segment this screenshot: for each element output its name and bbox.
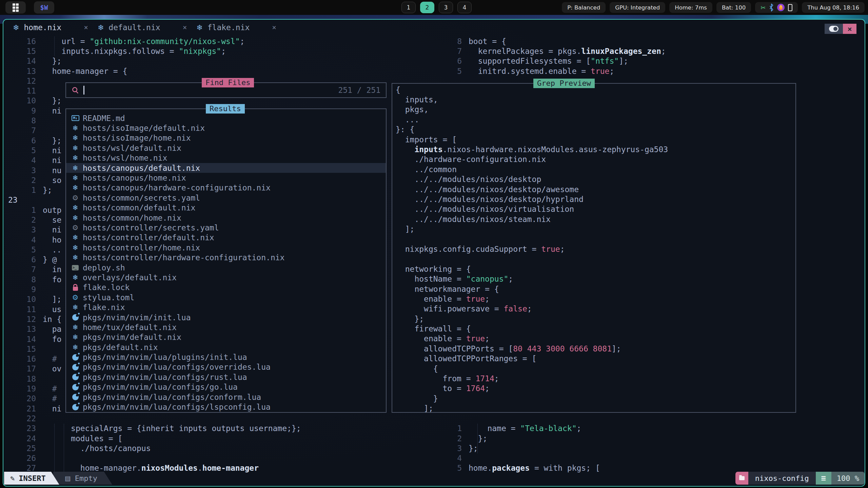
folder-icon xyxy=(739,476,745,480)
workspace-button[interactable]: 2 xyxy=(420,2,434,13)
code-line[interactable]: 23 specialArgs = {inherit inputs outputs… xyxy=(3,424,424,433)
terminal-launcher-button[interactable]: $W xyxy=(34,1,54,14)
result-item[interactable]: overlays/default.nix xyxy=(66,272,386,282)
code-line[interactable]: 15 inputs.nixpkgs.follows = "nixpkgs"; xyxy=(3,46,424,56)
buffer-tabbar: ❄ home.nix × ❄ default.nix × ❄ flake.nix… xyxy=(3,20,865,35)
result-item[interactable]: hosts/common/default.nix xyxy=(66,203,386,213)
line-number: 5 xyxy=(429,464,462,472)
result-item[interactable]: pkgs/nvim/nvim/lua/configs/conform.lua xyxy=(66,392,386,402)
line-number: 16 xyxy=(3,354,36,363)
code-line[interactable]: 1 name = "Tela-black"; xyxy=(429,424,863,433)
result-item[interactable]: hosts/isoImage/home.nix xyxy=(66,133,386,143)
result-item[interactable]: pkgs/nvim/nvim/lua/configs/lspconfig.lua xyxy=(66,402,386,412)
tab-close-icon[interactable]: × xyxy=(165,23,187,32)
indent-guide xyxy=(54,36,55,56)
code-line[interactable] xyxy=(429,413,863,423)
code-line[interactable]: 22 xyxy=(3,413,424,423)
result-item[interactable]: README.md xyxy=(66,113,386,123)
preview-line: ../common xyxy=(396,164,668,174)
line-number: 6 xyxy=(3,255,36,264)
result-item[interactable]: pkgs/nvim/nvim/init.lua xyxy=(66,312,386,322)
code-line[interactable]: 8 boot = { xyxy=(429,36,863,46)
result-item[interactable]: hosts/controller/secrets.yaml xyxy=(66,223,386,232)
workspace-button[interactable]: 4 xyxy=(457,2,472,13)
result-item[interactable]: flake.nix xyxy=(66,302,386,312)
code-line[interactable]: 26 xyxy=(3,453,424,463)
code-line[interactable]: 6 supportedFilesystems = ["ntfs"]; xyxy=(429,56,863,66)
buffer-tab[interactable]: ❄ home.nix × xyxy=(3,20,88,35)
code-line[interactable]: 3 }; xyxy=(429,443,863,453)
line-number: 1 xyxy=(429,424,462,433)
line-number: 8 xyxy=(429,37,462,46)
result-item[interactable]: pkgs/nvim/nvim/lua/configs/rust.lua xyxy=(66,372,386,382)
result-item[interactable]: hosts/canopus/home.nix xyxy=(66,173,386,183)
file-type-icon xyxy=(72,194,79,202)
result-item[interactable]: flake.lock xyxy=(66,283,386,292)
code-line[interactable]: 24 modules = [ xyxy=(3,433,424,443)
buffer-tab[interactable]: ❄ default.nix × xyxy=(88,20,187,35)
file-type-icon xyxy=(72,204,78,212)
file-type-icon xyxy=(72,354,79,361)
line-number: 5 xyxy=(3,245,36,254)
bluetooth-icon xyxy=(769,3,774,12)
preview-line xyxy=(396,234,668,244)
result-item[interactable]: hosts/isoImage/default.nix xyxy=(66,123,386,133)
result-item[interactable]: hosts/controller/default.nix xyxy=(66,233,386,243)
file-type-icon xyxy=(72,224,79,232)
workspace-button[interactable]: 1 xyxy=(401,2,416,13)
code-line[interactable]: 5 initrd.systemd.enable = true; xyxy=(429,66,863,76)
code-line[interactable]: 13 home-manager = { xyxy=(3,66,424,76)
line-number: 4 xyxy=(3,156,36,165)
code-line[interactable]: 4 xyxy=(429,453,863,463)
workspace-button[interactable]: 3 xyxy=(439,2,453,13)
find-files-prompt[interactable]: Find Files 251 / 251 xyxy=(65,82,387,98)
result-item[interactable]: pkgs/nvim/nvim/lua/configs/go.lua xyxy=(66,382,386,392)
preview-line: }: { xyxy=(396,125,668,135)
preview-line: ../../modules/nixos/desktop/awesome xyxy=(396,184,668,194)
result-item[interactable]: deploy.sh xyxy=(66,263,386,272)
code-line[interactable]: 14 }; xyxy=(3,56,424,66)
preview-line: ../../modules/nixos/desktop/hyprland xyxy=(396,194,668,204)
window-toggle[interactable] xyxy=(825,24,843,34)
file-type-icon xyxy=(72,154,78,162)
indent-guide xyxy=(64,424,64,472)
result-item[interactable]: hosts/wsl/default.nix xyxy=(66,143,386,153)
result-item[interactable]: pkgs/default.nix xyxy=(66,342,386,352)
line-number: 6 xyxy=(429,57,462,65)
result-item[interactable]: stylua.toml xyxy=(66,292,386,302)
preview-line: hostName = "canopus"; xyxy=(396,274,668,284)
buffer-tab[interactable]: ❄ flake.nix × xyxy=(187,20,276,35)
preview-line xyxy=(396,254,668,264)
tab-close-icon[interactable]: × xyxy=(254,23,276,32)
tab-close-icon[interactable]: × xyxy=(66,23,88,32)
nix-file-icon: ❄ xyxy=(98,23,104,32)
result-item[interactable]: hosts/canopus/default.nix xyxy=(66,163,386,173)
result-item[interactable]: hosts/canopus/hardware-configuration.nix xyxy=(66,183,386,193)
code-line[interactable]: 25 ./hosts/canopus xyxy=(3,443,424,453)
result-item[interactable]: pkgs/nvim/nvim/lua/plugins/init.lua xyxy=(66,352,386,362)
result-item[interactable]: hosts/common/secrets.yaml xyxy=(66,193,386,203)
result-item[interactable]: hosts/wsl/home.nix xyxy=(66,153,386,163)
grep-preview-panel: Grep Preview { inputs, pkgs, ... }: { im… xyxy=(392,83,796,413)
file-type-icon xyxy=(72,404,79,410)
result-item[interactable]: hosts/controller/hardware-configuration.… xyxy=(66,252,386,262)
code-line[interactable]: 16 url = "github:nix-community/nixos-wsl… xyxy=(3,36,424,46)
status-pills: P: BalancedGPU: IntegratedHome: 7msBat: … xyxy=(562,2,751,13)
code-line[interactable]: 2 }; xyxy=(429,433,863,443)
result-item[interactable]: hosts/controller/home.nix xyxy=(66,243,386,252)
line-number: 13 xyxy=(3,67,36,76)
preview-line: { xyxy=(396,364,668,373)
tray-icons[interactable]: ✂ xyxy=(755,2,798,13)
text-cursor xyxy=(83,86,84,95)
file-type-icon xyxy=(72,233,78,242)
app-launcher-button[interactable] xyxy=(5,1,26,14)
result-item[interactable]: pkgs/nvim/nvim/lua/configs/overrides.lua xyxy=(66,362,386,372)
result-item[interactable]: home/tux/default.nix xyxy=(66,322,386,332)
line-number: 12 xyxy=(3,315,36,324)
code-line[interactable]: 7 kernelPackages = pkgs.linuxPackages_ze… xyxy=(429,46,863,56)
result-item[interactable]: pkgs/nvim/default.nix xyxy=(66,332,386,342)
line-number: 11 xyxy=(3,86,36,95)
project-name: nixos-config xyxy=(748,472,816,485)
window-close-button[interactable]: × xyxy=(843,24,856,34)
result-item[interactable]: hosts/common/home.nix xyxy=(66,213,386,223)
